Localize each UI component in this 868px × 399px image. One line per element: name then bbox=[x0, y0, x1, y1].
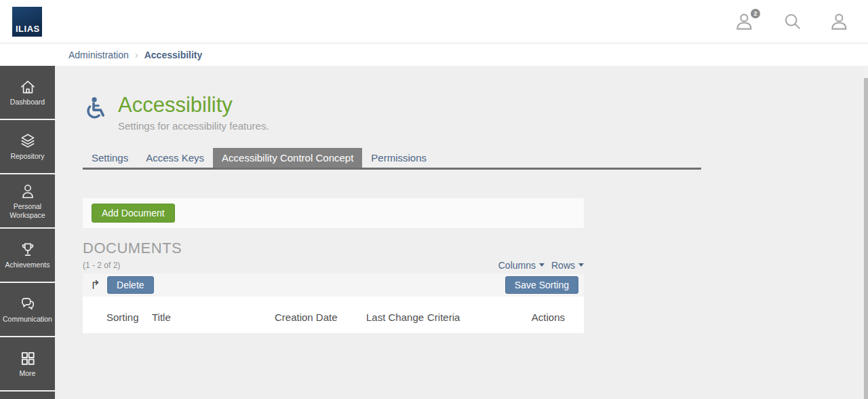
tab-accessibility-control-concept[interactable]: Accessibility Control Concept bbox=[213, 148, 362, 168]
accessibility-icon bbox=[83, 96, 108, 121]
save-sorting-button[interactable]: Save Sorting bbox=[505, 276, 578, 294]
tab-settings[interactable]: Settings bbox=[83, 148, 137, 168]
grid-icon bbox=[19, 349, 37, 367]
rows-dropdown[interactable]: Rows bbox=[551, 260, 584, 271]
vertical-scrollbar[interactable] bbox=[864, 66, 868, 399]
column-header-title: Title bbox=[152, 311, 275, 333]
breadcrumb: Administration › Accessibility bbox=[0, 43, 868, 66]
documents-range: (1 - 2 of 2) bbox=[83, 261, 120, 270]
sidebar-item-label: Repository bbox=[10, 152, 44, 160]
tab-permissions[interactable]: Permissions bbox=[362, 148, 435, 168]
columns-label: Columns bbox=[498, 260, 536, 271]
column-header-sorting: Sorting bbox=[106, 311, 152, 333]
sidebar-item-dashboard[interactable]: Dashboard bbox=[0, 66, 55, 119]
rows-label: Rows bbox=[551, 260, 575, 271]
sidebar-item-label: Achievements bbox=[5, 261, 50, 269]
user-menu-button[interactable] bbox=[829, 11, 850, 33]
sidebar-item-achievements[interactable]: Achievements bbox=[0, 229, 55, 282]
search-button[interactable] bbox=[781, 11, 803, 33]
sidebar-item-label: Personal Workspace bbox=[0, 202, 55, 218]
page-content: Accessibility Settings for accessibility… bbox=[55, 66, 868, 399]
online-count-badge: 2 bbox=[751, 9, 760, 18]
column-header-actions: Actions bbox=[495, 311, 576, 333]
sidebar-item-partial[interactable] bbox=[0, 392, 55, 399]
column-header-last-change: Last Change bbox=[366, 311, 427, 333]
main-area: Dashboard Repository Personal Workspace bbox=[0, 66, 868, 399]
page-title-block: Accessibility Settings for accessibility… bbox=[118, 93, 269, 132]
sidebar-item-repository[interactable]: Repository bbox=[0, 120, 55, 173]
column-header-creation-date: Creation Date bbox=[275, 311, 366, 333]
columns-dropdown[interactable]: Columns bbox=[498, 260, 545, 271]
header-icon-group: 2 bbox=[734, 11, 850, 33]
main-sidebar: Dashboard Repository Personal Workspace bbox=[0, 66, 55, 399]
layers-icon bbox=[19, 132, 37, 150]
top-header: ILIAS 2 bbox=[0, 0, 868, 43]
who-is-online-button[interactable]: 2 bbox=[734, 11, 755, 33]
breadcrumb-separator-icon: › bbox=[135, 49, 138, 60]
checkbox-column-header bbox=[91, 324, 106, 333]
tab-bar: Settings Access Keys Accessibility Contr… bbox=[83, 148, 701, 170]
page-header: Accessibility Settings for accessibility… bbox=[83, 93, 868, 132]
chevron-down-icon bbox=[539, 263, 545, 267]
search-icon bbox=[783, 12, 802, 31]
table-toolbar: ↱ Delete Save Sorting bbox=[83, 273, 584, 297]
person-icon bbox=[19, 183, 37, 200]
view-controls: Columns Rows bbox=[498, 260, 584, 271]
delete-button[interactable]: Delete bbox=[107, 276, 153, 294]
tab-access-keys[interactable]: Access Keys bbox=[137, 148, 213, 168]
apply-to-selected-arrow-icon: ↱ bbox=[90, 279, 100, 291]
sidebar-item-label: More bbox=[20, 369, 36, 377]
documents-table-header: Sorting Title Creation Date Last Change … bbox=[83, 297, 584, 333]
sidebar-item-more[interactable]: More bbox=[0, 337, 55, 390]
documents-title: DOCUMENTS bbox=[83, 240, 584, 257]
column-header-criteria: Criteria bbox=[427, 311, 495, 333]
user-icon bbox=[829, 12, 850, 32]
breadcrumb-administration[interactable]: Administration bbox=[68, 50, 129, 60]
sidebar-item-personal-workspace[interactable]: Personal Workspace bbox=[0, 174, 55, 227]
sidebar-item-label: Dashboard bbox=[10, 98, 45, 106]
chat-icon bbox=[19, 295, 37, 313]
ilias-logo[interactable]: ILIAS bbox=[12, 7, 42, 37]
home-icon bbox=[19, 78, 37, 96]
sidebar-item-label: Communication bbox=[3, 315, 52, 323]
documents-meta-row: (1 - 2 of 2) Columns Rows bbox=[83, 260, 584, 271]
breadcrumb-accessibility[interactable]: Accessibility bbox=[144, 50, 203, 60]
add-document-panel: Add Document bbox=[83, 198, 584, 228]
page-title: Accessibility bbox=[118, 93, 269, 117]
logo-text: ILIAS bbox=[16, 24, 40, 34]
documents-section: DOCUMENTS (1 - 2 of 2) Columns Rows ↱ De… bbox=[83, 240, 584, 333]
chevron-down-icon bbox=[578, 263, 584, 267]
add-document-button[interactable]: Add Document bbox=[92, 204, 175, 223]
scrollbar-thumb[interactable] bbox=[864, 78, 868, 399]
page-subtitle: Settings for accessibility features. bbox=[118, 120, 269, 132]
sidebar-item-communication[interactable]: Communication bbox=[0, 283, 55, 336]
trophy-icon bbox=[19, 241, 37, 259]
